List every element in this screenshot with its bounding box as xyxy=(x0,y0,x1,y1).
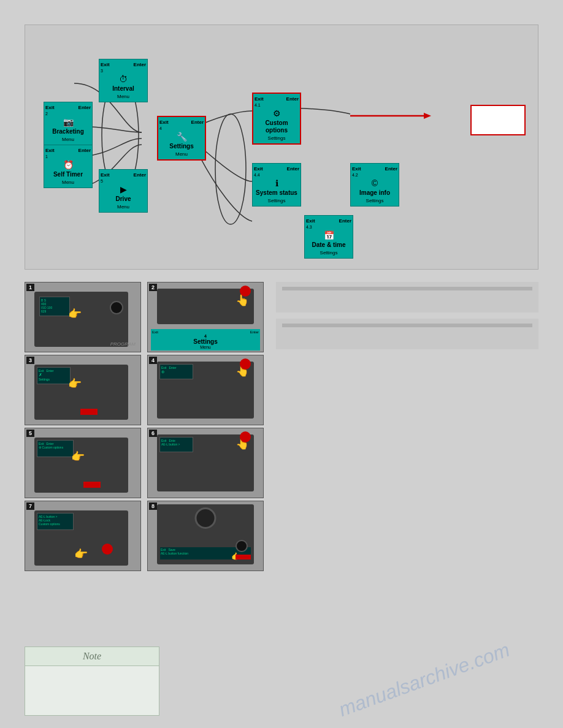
step-3-cell: 3 Exit Enter ✗ Settings 👉 xyxy=(25,355,141,425)
step-7-cell: 7 AE-L button > AE-Lock Custom options 👉 xyxy=(25,501,141,571)
diagram-area: ExitEnter 3 ⏱ Interval Menu ExitEnter 2 … xyxy=(25,25,538,270)
note-box: Note xyxy=(25,646,159,716)
step-4-badge: 4 xyxy=(149,357,157,364)
note-box-title: Note xyxy=(25,647,159,666)
text-section-2 xyxy=(276,319,538,349)
node-custom-options: ExitEnter 4.1 ⚙ Custom options Settings xyxy=(252,93,301,145)
node-system-status: ExitEnter 4.4 ℹ System status Settings xyxy=(252,163,301,207)
step-5-cell: 5 Exit Enter ⚙ Custom options 👉 xyxy=(25,428,141,498)
step-8-cell: 8 Exit Save AE-L button function 👉 xyxy=(147,501,264,571)
step-1-badge: 1 xyxy=(26,284,34,291)
text-section-1 xyxy=(276,282,538,313)
step-8-badge: 8 xyxy=(149,502,157,510)
node-interval: ExitEnter 3 ⏱ Interval Menu xyxy=(99,59,148,102)
step-5-badge: 5 xyxy=(26,430,34,437)
node-settings: ExitEnter 4 🔧 Settings Menu xyxy=(157,116,206,161)
text-section-1-header xyxy=(282,287,532,290)
node-drive: ExitEnter 5 ▶ Drive Menu xyxy=(99,169,148,213)
node-image-info: ExitEnter 4.2 © Image info Settings xyxy=(350,163,399,207)
step-4-cell: 4 👆 Exit Enter ⚙ xyxy=(147,355,264,425)
step-6-badge: 6 xyxy=(149,430,157,437)
node-date-time: ExitEnter 4.3 📅 Date & time Settings xyxy=(304,215,353,259)
text-column xyxy=(276,282,538,716)
step-1-cell: 1 B S 400 ISO 100 629 👉 PROGRAM xyxy=(25,282,141,352)
text-section-2-header xyxy=(282,324,532,327)
step-7-badge: 7 xyxy=(26,502,34,510)
step-2-badge: 2 xyxy=(149,284,157,291)
node-self-timer: ExitEnter 1 ⏰ Self Timer Menu xyxy=(44,145,93,188)
svg-marker-1 xyxy=(424,113,431,119)
note-box-content xyxy=(25,666,159,715)
step-2-cell: 2 👆 ExitEnter 4 Settings Menu xyxy=(147,282,264,352)
right-image-column: 2 👆 ExitEnter 4 Settings Menu 4 👆 xyxy=(147,282,270,716)
node-bracketing: ExitEnter 2 📷 Bracketing Menu xyxy=(44,102,93,145)
svg-point-3 xyxy=(215,114,246,224)
step-3-badge: 3 xyxy=(26,357,34,364)
red-arrow-target-box xyxy=(470,105,526,135)
step-6-cell: 6 👆 Exit Ente AE-L button > xyxy=(147,428,264,498)
